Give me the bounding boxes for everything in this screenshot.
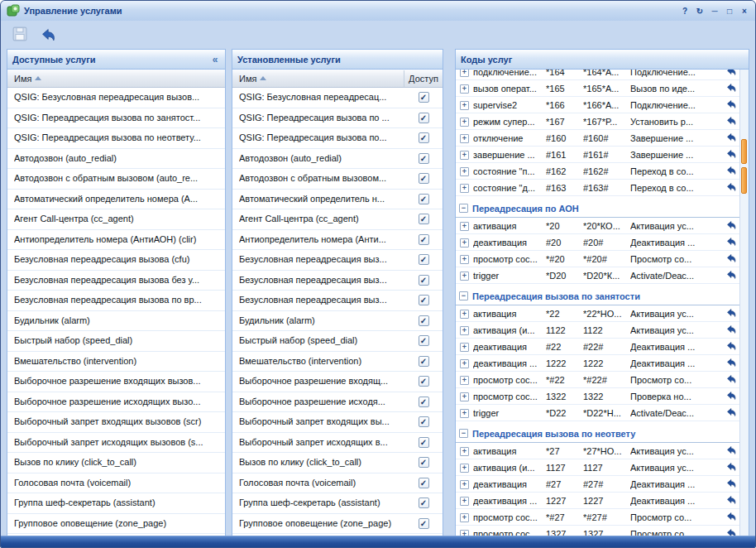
refresh-icon[interactable]: ↻ xyxy=(693,5,706,17)
code-row[interactable]: + trigger *D20 *D20*К... Activate/Deac..… xyxy=(456,267,739,284)
list-item[interactable]: Выборочное разрешение входящих вызов... xyxy=(7,372,225,392)
list-item[interactable]: Автодозвон с обратным вызовом (auto_re..… xyxy=(7,169,225,190)
access-checkbox[interactable]: ✓ xyxy=(419,335,429,346)
list-item[interactable]: Голосовая почта (voicemail) ✓ xyxy=(232,473,443,494)
maximize-icon[interactable]: □ xyxy=(723,5,736,17)
code-row[interactable]: + отключение #160 #160# Завершение ... xyxy=(456,130,739,147)
reset-code-button[interactable] xyxy=(721,219,739,232)
access-checkbox[interactable]: ✓ xyxy=(419,478,429,488)
reset-code-button[interactable] xyxy=(721,461,739,473)
access-checkbox[interactable]: ✓ xyxy=(419,295,429,305)
code-row[interactable]: + деактивация #22 #22# Деактивация ... xyxy=(456,339,739,355)
reset-code-button[interactable] xyxy=(721,82,739,94)
reset-code-button[interactable] xyxy=(721,478,739,490)
reset-code-button[interactable] xyxy=(721,324,739,336)
list-item[interactable]: Антиопределитель номера (АнтиАОН) (clir) xyxy=(7,230,225,251)
list-item[interactable]: Выборочное разрешение исходящих вызо... xyxy=(7,392,225,413)
code-row[interactable]: + активация *22 *22*НО... Активация ус..… xyxy=(456,305,739,322)
code-group-header[interactable]: − Переадресация вызова по занятости xyxy=(456,287,739,305)
code-row[interactable]: + просмотр сос... *#27 *#27# Просмотр со… xyxy=(456,509,739,526)
list-item[interactable]: Вмешательство (intervention) xyxy=(7,352,225,373)
reset-code-button[interactable] xyxy=(721,373,739,386)
list-item[interactable]: Выборочный запрет входящих вы... ✓ xyxy=(232,412,443,433)
expand-row-icon[interactable]: + xyxy=(460,464,469,473)
reset-code-button[interactable] xyxy=(721,70,739,78)
reset-code-button[interactable] xyxy=(721,390,739,402)
expand-row-icon[interactable]: + xyxy=(460,513,469,522)
code-row[interactable]: + подключение... *164 *164*А... Подключе… xyxy=(456,70,739,80)
access-checkbox[interactable]: ✓ xyxy=(419,234,429,245)
reset-code-button[interactable] xyxy=(721,181,739,194)
list-item[interactable]: Групповое оповещение (zone_page) ✓ xyxy=(232,514,443,535)
list-item[interactable]: Выборочный запрет входящих вызовов (scr) xyxy=(7,412,225,433)
expand-row-icon[interactable]: + xyxy=(460,447,469,456)
list-item[interactable]: Агент Call-центра (cc_agent) xyxy=(7,209,225,230)
list-item[interactable]: Выборочный запрет исходящих вызовов (s..… xyxy=(7,433,225,454)
list-item[interactable]: Автодозвон (auto_redial) xyxy=(7,149,225,170)
splitter[interactable] xyxy=(226,49,232,536)
help-icon[interactable]: ? xyxy=(678,5,691,17)
scrollbar-thumb[interactable] xyxy=(741,139,747,164)
reset-code-button[interactable] xyxy=(721,148,739,161)
save-button[interactable] xyxy=(10,24,30,44)
list-item[interactable]: Группа шеф-секретарь (assistant) xyxy=(7,493,225,514)
list-item[interactable]: QSIG: Переадресация вызова по неответу..… xyxy=(7,128,225,149)
list-item[interactable]: Быстрый набор (speed_dial) ✓ xyxy=(232,331,443,352)
list-item[interactable]: QSIG: Переадресация вызова по... ✓ xyxy=(232,128,443,149)
reset-code-button[interactable] xyxy=(721,252,739,265)
reset-code-button[interactable] xyxy=(721,445,739,457)
list-item[interactable]: Безусловная переадресация выз... ✓ xyxy=(232,271,443,291)
access-checkbox[interactable]: ✓ xyxy=(419,132,429,143)
code-row[interactable]: + просмотр сос... 1322 1322 Проверка но.… xyxy=(456,388,739,405)
expand-row-icon[interactable]: + xyxy=(460,272,469,281)
expand-row-icon[interactable]: + xyxy=(460,530,469,536)
code-row[interactable]: + просмотр сос... *#20 *#20# Просмотр со… xyxy=(456,251,739,267)
access-checkbox[interactable]: ✓ xyxy=(419,315,429,326)
list-item[interactable]: Вызов по клику (click_to_call) xyxy=(7,453,225,473)
scrollbar-thumb[interactable] xyxy=(741,167,747,194)
access-checkbox[interactable]: ✓ xyxy=(419,457,429,468)
code-row[interactable]: + состояние "д... #163 #163# Переход в с… xyxy=(456,180,739,196)
expand-row-icon[interactable]: + xyxy=(460,310,469,319)
list-item[interactable]: QSIG: Безусловная переадресация вызов... xyxy=(7,88,225,108)
list-item[interactable]: Будильник (alarm) ✓ xyxy=(232,311,443,332)
reset-code-button[interactable] xyxy=(721,236,739,248)
access-checkbox[interactable]: ✓ xyxy=(419,397,429,407)
reset-code-button[interactable] xyxy=(721,132,739,144)
expand-row-icon[interactable]: + xyxy=(460,326,469,335)
reset-code-button[interactable] xyxy=(721,357,739,369)
code-group-header[interactable]: − Переадресация по АОН xyxy=(456,199,739,218)
code-row[interactable]: + просмотр сос... *#22 *#22# Просмотр со… xyxy=(456,372,739,388)
list-item[interactable]: Безусловная переадресация вызова по вр..… xyxy=(7,291,225,311)
list-item[interactable]: Группа шеф-секретарь (assistant) ✓ xyxy=(232,493,443,514)
access-checkbox[interactable]: ✓ xyxy=(419,153,429,164)
list-item[interactable]: QSIG: Переадресация вызова по занятост..… xyxy=(7,108,225,129)
expand-row-icon[interactable]: + xyxy=(460,118,469,127)
expand-row-icon[interactable]: + xyxy=(460,392,469,401)
access-checkbox[interactable]: ✓ xyxy=(419,437,429,448)
list-item[interactable]: Выборочный запрет исходящих в... ✓ xyxy=(232,433,443,454)
list-item[interactable]: Автодозвон с обратным вызовом... ✓ xyxy=(232,169,443,190)
close-icon[interactable]: × xyxy=(738,5,751,17)
expand-row-icon[interactable]: + xyxy=(460,480,469,489)
expand-row-icon[interactable]: + xyxy=(460,359,469,368)
minimize-icon[interactable]: ─ xyxy=(708,5,721,17)
list-item[interactable]: Антиопределитель номера (Анти... ✓ xyxy=(232,230,443,251)
access-checkbox[interactable]: ✓ xyxy=(419,194,429,204)
splitter[interactable] xyxy=(443,49,455,536)
installed-column-header[interactable]: Имя Доступ xyxy=(232,70,443,88)
code-row[interactable]: + деактивация #20 #20# Деактивация ... xyxy=(456,234,739,251)
code-row[interactable]: + supervise2 *166 *166*А... Подключение.… xyxy=(456,97,739,113)
access-checkbox[interactable]: ✓ xyxy=(419,416,429,427)
list-item[interactable]: Безусловная переадресация выз... ✓ xyxy=(232,250,443,271)
list-item[interactable]: Автоматический определитель номера (А... xyxy=(7,190,225,210)
code-row[interactable]: + активация (и... 1122 1122 Активация ус… xyxy=(456,322,739,339)
access-checkbox[interactable]: ✓ xyxy=(419,275,429,286)
reset-code-button[interactable] xyxy=(721,406,739,419)
access-checkbox[interactable]: ✓ xyxy=(419,498,429,508)
collapse-group-icon[interactable]: − xyxy=(459,291,468,300)
expand-row-icon[interactable]: + xyxy=(460,167,469,176)
list-item[interactable]: Безусловная переадресация выз... ✓ xyxy=(232,291,443,311)
access-checkbox[interactable]: ✓ xyxy=(419,356,429,367)
code-row[interactable]: + деактивация ... 1227 1227 Деактивация … xyxy=(456,493,739,509)
